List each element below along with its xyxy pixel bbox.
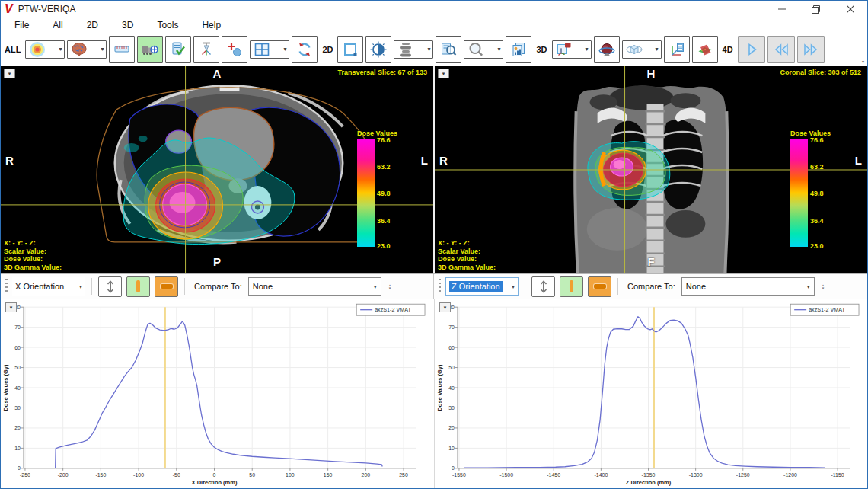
- chevron-down-icon: ▾: [656, 46, 659, 53]
- horizontal-profile-button[interactable]: [588, 276, 611, 297]
- close-button[interactable]: [833, 1, 867, 18]
- profile-controls-left: X Orientation ▾ Compare To: None ▾ ▴▾: [1, 274, 434, 299]
- overflow-spinner[interactable]: ▴▾: [822, 283, 825, 290]
- chart-options-dropdown[interactable]: ▾: [439, 302, 451, 312]
- svg-text:-200: -200: [58, 472, 69, 478]
- ruler-button[interactable]: [109, 36, 135, 63]
- dose-target-icon: [28, 40, 46, 59]
- horizontal-profile-button[interactable]: [155, 276, 178, 297]
- fast-forward-button[interactable]: [797, 36, 825, 63]
- vertical-profile-button[interactable]: [126, 276, 150, 297]
- svg-text:20: 20: [448, 425, 455, 430]
- menu-3d[interactable]: 3D: [122, 20, 133, 30]
- minimize-button[interactable]: [764, 1, 799, 18]
- menu-tools[interactable]: Tools: [157, 20, 178, 30]
- toolbar-section-3d: 3D: [534, 45, 549, 54]
- play-button[interactable]: [738, 36, 765, 63]
- svg-text:-1450: -1450: [547, 472, 560, 478]
- drag-handle[interactable]: [5, 279, 8, 294]
- toolbar-section-4d: 4D: [720, 45, 736, 54]
- menu-help[interactable]: Help: [202, 20, 221, 30]
- structures-dropdown[interactable]: ▾: [67, 40, 107, 59]
- svg-text:-1250: -1250: [736, 472, 750, 478]
- overflow-spinner[interactable]: ▴▾: [389, 283, 391, 290]
- coronal-viewport[interactable]: ▾ Coronal Slice: 303 of 512 H F R L Dose…: [435, 66, 867, 273]
- chevron-down-icon: ▾: [807, 283, 810, 290]
- svg-text:70: 70: [448, 324, 455, 330]
- view-3d-dropdown[interactable]: ▾: [552, 40, 592, 59]
- window-title: PTW-VERIQA: [18, 4, 76, 14]
- gantry-setup-button[interactable]: [193, 36, 219, 63]
- surface-3d-button[interactable]: [594, 36, 620, 63]
- menu-all[interactable]: All: [53, 20, 62, 30]
- toolbar: ALL ▾ ▾ ▾ 2D: [1, 33, 867, 66]
- report-chart-icon: [509, 40, 528, 59]
- rotate-3d-dropdown[interactable]: ▾: [622, 40, 662, 59]
- compare-to-select-right[interactable]: None ▾: [681, 277, 815, 296]
- reset-view-button[interactable]: [292, 36, 318, 63]
- compare-views-icon: [439, 40, 458, 59]
- slice-info: Transversal Slice: 67 of 133: [337, 69, 427, 76]
- ptw-veriqa-window: V PTW-VERIQA File All 2D 3D Tools Help A…: [0, 0, 868, 489]
- svg-text:-1300: -1300: [689, 472, 703, 478]
- vertical-profile-button[interactable]: [560, 276, 583, 297]
- layout-grid-dropdown[interactable]: ▾: [250, 40, 289, 59]
- compare-views-button[interactable]: [436, 36, 461, 63]
- window-level-button[interactable]: [365, 36, 391, 63]
- menu-file[interactable]: File: [14, 20, 29, 30]
- plan-report-button[interactable]: [165, 36, 191, 63]
- viewport-row: ▾ Transversal Slice: 67 of 133 A P R L D…: [1, 66, 867, 273]
- svg-text:50: 50: [448, 365, 455, 370]
- chevron-down-icon: ▾: [101, 46, 104, 53]
- svg-text:-1550: -1550: [452, 472, 466, 478]
- viewport-options-dropdown[interactable]: ▾: [4, 69, 15, 78]
- menu-2d[interactable]: 2D: [87, 20, 98, 30]
- gantry-axes-icon: [197, 40, 215, 59]
- zoom-dropdown[interactable]: ▾: [464, 40, 503, 59]
- rotate-cube-icon: [625, 40, 643, 59]
- crop-2d-button[interactable]: [337, 36, 363, 63]
- svg-text:70: 70: [14, 324, 21, 330]
- machine-qa-button[interactable]: [137, 36, 163, 63]
- colorbar-gradient: [357, 139, 375, 247]
- autoscale-button[interactable]: [98, 276, 122, 297]
- slices-dropdown[interactable]: ▾: [394, 40, 433, 59]
- vertical-line-icon: [570, 280, 573, 292]
- report-2d-button[interactable]: [506, 36, 531, 63]
- rewind-icon: [772, 40, 790, 59]
- machine-qa-icon: [141, 40, 159, 59]
- svg-text:30: 30: [14, 405, 21, 411]
- menubar: File All 2D 3D Tools Help: [1, 18, 867, 33]
- x-profile-chart[interactable]: 01020304050607080-250-200-150-100-500501…: [1, 299, 434, 489]
- toolbar-overflow-button[interactable]: ▾: [862, 60, 866, 66]
- svg-text:0: 0: [452, 465, 455, 471]
- planes-button[interactable]: [692, 36, 718, 63]
- rewind-button[interactable]: [767, 36, 795, 63]
- svg-text:100: 100: [286, 472, 295, 478]
- chart-options-dropdown[interactable]: ▾: [5, 302, 17, 312]
- chevron-down-icon: ▾: [512, 283, 515, 290]
- drag-handle[interactable]: [439, 279, 441, 294]
- autoscale-button[interactable]: [531, 276, 555, 297]
- orientation-select-left[interactable]: X Orientation ▾: [12, 277, 85, 296]
- z-profile-chart[interactable]: 01020304050607080-1550-1500-1450-1400-13…: [435, 299, 868, 489]
- dose-colorbar: Dose Values 76.6 63.2 49.8 36.4 23.0: [357, 129, 433, 247]
- add-measurement-button[interactable]: [222, 36, 247, 63]
- axes-panel-button[interactable]: [664, 36, 690, 63]
- chevron-down-icon: ▾: [283, 46, 286, 53]
- slices-stack-icon: [397, 40, 415, 59]
- compare-to-select-left[interactable]: None ▾: [248, 277, 381, 296]
- cursor-status: X: - Y: - Z: Scalar Value: Dose Value: 3…: [4, 239, 62, 271]
- structures-brain-icon: [70, 40, 88, 59]
- dose-display-dropdown[interactable]: ▾: [25, 40, 65, 59]
- restore-button[interactable]: [799, 1, 833, 18]
- svg-text:10: 10: [448, 446, 455, 451]
- viewport-options-dropdown[interactable]: ▾: [438, 69, 449, 78]
- svg-text:40: 40: [448, 385, 455, 391]
- svg-text:-100: -100: [133, 472, 144, 478]
- svg-text:-1500: -1500: [499, 472, 513, 478]
- svg-text:20: 20: [14, 425, 21, 430]
- orientation-select-right[interactable]: Z Orientation ▾: [445, 277, 519, 296]
- fast-forward-icon: [802, 40, 820, 59]
- transversal-viewport[interactable]: ▾ Transversal Slice: 67 of 133 A P R L D…: [1, 66, 435, 273]
